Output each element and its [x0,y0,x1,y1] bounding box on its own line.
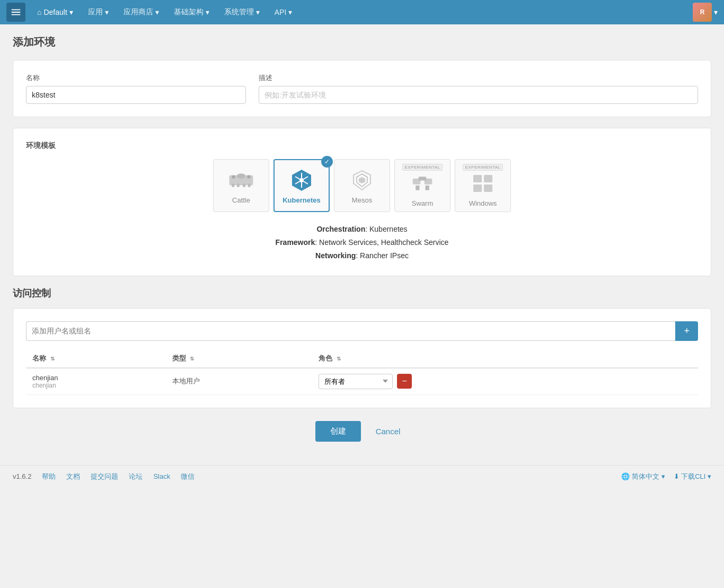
svg-marker-18 [359,177,365,183]
svg-rect-27 [484,185,492,192]
chevron-down-icon: ▾ [288,8,292,16]
template-cattle[interactable]: Cattle [213,159,269,212]
chevron-down-icon: ▾ [155,8,159,16]
svg-point-2 [247,175,250,178]
networking-value: Rancher IPsec [360,251,409,260]
framework-value: Network Services, Healthcheck Service [319,238,448,247]
role-select[interactable]: 所有者成员受限成员只读 [319,374,393,389]
svg-rect-5 [237,183,240,187]
page-title: 添加环境 [13,35,711,49]
logo-icon [10,6,22,18]
desc-label: 描述 [259,73,698,83]
svg-rect-21 [419,177,427,180]
nav-right: R ▾ [693,3,718,22]
svg-point-1 [232,175,235,178]
version-label: v1.6.2 [13,472,31,480]
col-name: 名称 ⇅ [26,349,166,368]
cattle-label: Cattle [232,196,250,204]
cancel-button[interactable]: Cancel [367,421,409,442]
template-card: 环境模板 Cattle [13,128,711,276]
footer-docs[interactable]: 文档 [66,472,80,481]
search-add-row: + [26,321,698,341]
name-label: 名称 [26,73,246,83]
chevron-down-icon: ▾ [69,8,73,16]
svg-point-9 [299,178,304,182]
table-row: chenjianchenjian本地用户所有者成员受限成员只读− [26,368,698,395]
name-desc-card: 名称 描述 [13,60,711,117]
access-control-title: 访问控制 [13,287,711,300]
footer-wechat[interactable]: 微信 [181,472,195,481]
kubernetes-label: Kubernetes [282,196,321,204]
svg-rect-24 [473,175,482,182]
mesos-label: Mesos [352,196,372,204]
template-swarm[interactable]: EXPERIMENTAL Swarm [394,159,451,212]
footer: v1.6.2 帮助 文档 提交问题 论坛 Slack 微信 🌐 简体中文 ▾ ⬇… [0,465,724,488]
orchestration-info: Orchestration: Kubernetes Framework: Net… [26,223,698,263]
name-group: 名称 [26,73,246,104]
user-login: chenjian [32,382,160,389]
template-mesos[interactable]: Mesos [334,159,390,212]
template-grid: Cattle ✓ [26,159,698,212]
access-table: 名称 ⇅ 类型 ⇅ 角色 ⇅ chenjianchenjian本地用户所有者成员… [26,349,698,395]
remove-user-button[interactable]: − [397,374,412,389]
search-input[interactable] [26,321,675,341]
windows-icon [470,171,496,196]
svg-rect-25 [484,175,492,182]
windows-label: Windows [469,199,497,207]
form-actions: 创建 Cancel [13,421,711,442]
check-badge: ✓ [321,156,333,168]
footer-forum[interactable]: 论坛 [129,472,143,481]
mesos-icon [349,168,375,193]
swarm-label: Swarm [412,199,433,207]
navbar: ⌂ Default ▾ 应用 ▾ 应用商店 ▾ 基础架构 ▾ 系统管理 ▾ AP… [0,0,724,24]
windows-experimental-badge: EXPERIMENTAL [463,164,502,171]
template-kubernetes[interactable]: ✓ Kubern [273,159,330,212]
nav-default[interactable]: ⌂ Default ▾ [30,0,81,24]
svg-rect-23 [426,185,429,190]
networking-key: Networking [315,251,356,260]
chevron-down-icon: ▾ [206,8,209,16]
svg-rect-6 [243,183,245,187]
orchestration-value: Kubernetes [369,225,408,233]
add-button[interactable]: + [675,321,698,341]
svg-rect-22 [416,185,419,190]
footer-slack[interactable]: Slack [153,472,170,480]
lang-selector[interactable]: 🌐 简体中文 ▾ [621,472,665,481]
col-role: 角色 ⇅ [312,349,698,368]
template-windows[interactable]: EXPERIMENTAL Windows [455,159,511,212]
access-control-card: + 名称 ⇅ 类型 ⇅ 角色 ⇅ [13,308,711,408]
footer-right: 🌐 简体中文 ▾ ⬇ 下载CLI ▾ [621,472,711,481]
avatar[interactable]: R [693,3,712,22]
sort-name-icon[interactable]: ⇅ [50,356,55,362]
default-label: Default [43,8,67,16]
kubernetes-icon [289,168,314,193]
sort-role-icon[interactable]: ⇅ [337,356,341,362]
cli-download[interactable]: ⬇ 下载CLI ▾ [674,472,711,481]
sort-type-icon[interactable]: ⇅ [190,356,194,362]
cattle-icon [228,168,254,193]
nav-user-chevron[interactable]: ▾ [714,8,718,16]
page-content: 添加环境 名称 描述 环境模板 [0,24,724,465]
orchestration-key: Orchestration [316,225,365,233]
chevron-down-icon: ▾ [256,8,260,16]
nav-item-system[interactable]: 系统管理 ▾ [217,0,267,24]
nav-item-api[interactable]: API ▾ [267,0,300,24]
create-button[interactable]: 创建 [315,421,361,442]
col-type: 类型 ⇅ [166,349,313,368]
desc-group: 描述 [259,73,698,104]
swarm-experimental-badge: EXPERIMENTAL [402,164,442,171]
swarm-icon [410,171,435,196]
chevron-down-icon: ▾ [105,8,109,16]
template-section-title: 环境模板 [26,141,698,151]
svg-rect-26 [473,185,482,192]
footer-issues[interactable]: 提交问题 [91,472,118,481]
desc-input[interactable] [259,86,698,104]
nav-item-apps[interactable]: 应用 ▾ [81,0,116,24]
name-input[interactable] [26,86,246,104]
nav-item-store[interactable]: 应用商店 ▾ [116,0,166,24]
svg-point-7 [237,173,245,179]
nav-item-infra[interactable]: 基础架构 ▾ [166,0,217,24]
svg-rect-3 [232,183,234,187]
home-icon: ⌂ [37,8,41,16]
footer-help[interactable]: 帮助 [42,472,56,481]
